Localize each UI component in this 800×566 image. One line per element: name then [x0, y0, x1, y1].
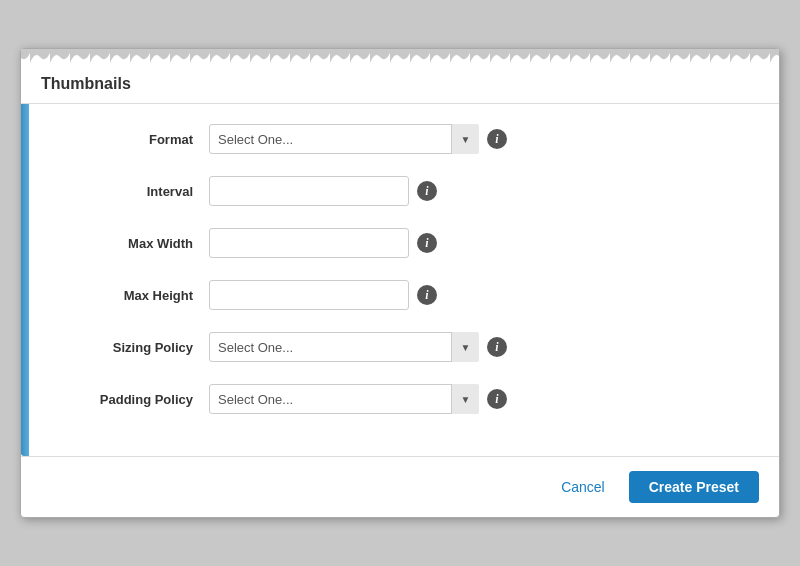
sizing-policy-select-wrapper[interactable]: Select One... Fit Fill Stretch	[209, 332, 479, 362]
form-area: Format Select One... JPEG PNG GIF WebP	[29, 104, 779, 456]
interval-input[interactable]	[209, 176, 409, 206]
create-preset-button[interactable]: Create Preset	[629, 471, 759, 503]
max-width-input[interactable]	[209, 228, 409, 258]
max-height-info-icon[interactable]: i	[417, 285, 437, 305]
format-info-icon[interactable]: i	[487, 129, 507, 149]
max-height-label: Max Height	[69, 288, 209, 303]
padding-policy-select-wrapper[interactable]: Select One... NoPad Pad	[209, 384, 479, 414]
interval-control: i	[209, 176, 437, 206]
sizing-policy-select[interactable]: Select One... Fit Fill Stretch	[209, 332, 479, 362]
cancel-button[interactable]: Cancel	[551, 473, 615, 501]
torn-edge	[21, 49, 779, 63]
padding-policy-label: Padding Policy	[69, 392, 209, 407]
dialog-title: Thumbnails	[41, 75, 131, 92]
interval-info-icon[interactable]: i	[417, 181, 437, 201]
padding-policy-row: Padding Policy Select One... NoPad Pad i	[69, 384, 749, 414]
max-width-info-icon[interactable]: i	[417, 233, 437, 253]
dialog-footer: Cancel Create Preset	[21, 456, 779, 517]
max-height-control: i	[209, 280, 437, 310]
dialog-header: Thumbnails	[21, 63, 779, 104]
max-height-row: Max Height i	[69, 280, 749, 310]
max-width-control: i	[209, 228, 437, 258]
left-accent-bar	[21, 104, 29, 456]
dialog-body: Format Select One... JPEG PNG GIF WebP	[21, 104, 779, 456]
sizing-policy-label: Sizing Policy	[69, 340, 209, 355]
interval-row: Interval i	[69, 176, 749, 206]
interval-label: Interval	[69, 184, 209, 199]
format-row: Format Select One... JPEG PNG GIF WebP	[69, 124, 749, 154]
format-label: Format	[69, 132, 209, 147]
max-width-label: Max Width	[69, 236, 209, 251]
sizing-policy-row: Sizing Policy Select One... Fit Fill Str…	[69, 332, 749, 362]
thumbnails-dialog: Thumbnails Format Select One... JPEG PNG…	[20, 48, 780, 518]
format-control: Select One... JPEG PNG GIF WebP i	[209, 124, 507, 154]
max-height-input[interactable]	[209, 280, 409, 310]
sizing-policy-info-icon[interactable]: i	[487, 337, 507, 357]
padding-policy-control: Select One... NoPad Pad i	[209, 384, 507, 414]
format-select-wrapper[interactable]: Select One... JPEG PNG GIF WebP	[209, 124, 479, 154]
sizing-policy-control: Select One... Fit Fill Stretch i	[209, 332, 507, 362]
dialog-inner: Thumbnails Format Select One... JPEG PNG…	[21, 63, 779, 517]
padding-policy-info-icon[interactable]: i	[487, 389, 507, 409]
padding-policy-select[interactable]: Select One... NoPad Pad	[209, 384, 479, 414]
format-select[interactable]: Select One... JPEG PNG GIF WebP	[209, 124, 479, 154]
max-width-row: Max Width i	[69, 228, 749, 258]
